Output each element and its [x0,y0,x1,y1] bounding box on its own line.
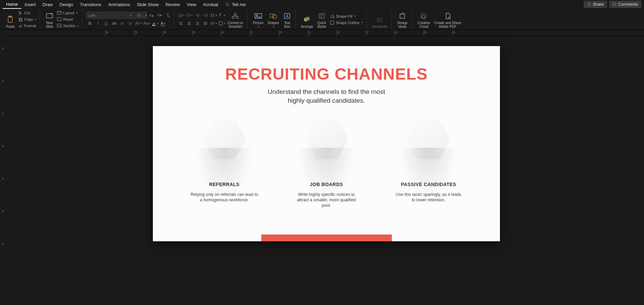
text-direction-button[interactable]: ▾ [218,12,225,19]
line-spacing-button[interactable]: ▾ [210,12,217,19]
quick-styles-button[interactable]: Quick Styles [315,9,328,29]
svg-line-16 [168,16,170,17]
shapes-button[interactable]: Shapes▾ [265,9,281,29]
share-button[interactable]: Share [584,1,607,8]
paste-button[interactable]: Paste [4,9,17,29]
scissors-icon [18,11,23,15]
accent-bar[interactable] [261,235,392,241]
tab-acrobat[interactable]: Acrobat [200,1,222,8]
chevron-down-icon: ▾ [141,22,142,25]
sensitivity-button[interactable]: Sensitivity [370,9,389,29]
hexagon-shape[interactable] [403,114,454,165]
decrease-font-button[interactable]: A▾ [156,12,163,19]
pdf-icon [444,12,452,20]
layout-label: Layout [63,11,74,15]
svg-rect-44 [234,13,236,15]
format-painter-button[interactable]: Format [17,23,38,29]
underline-button[interactable]: U [102,20,110,27]
tab-transitions[interactable]: Transitions [77,1,105,8]
chevron-down-icon: ▾ [78,24,79,27]
picture-button[interactable]: Picture▾ [251,9,265,29]
slide-canvas[interactable]: RECRUITING CHANNELS Understand the chann… [9,36,644,305]
tell-me[interactable]: Tell me [232,1,249,8]
create-share-pdf-button[interactable]: Create and Share Adobe PDF [432,9,463,29]
increase-font-button[interactable]: A▴ [148,12,155,19]
comments-button[interactable]: Comments [609,1,641,8]
character-spacing-button[interactable]: AV▾ [135,20,142,27]
tab-animations[interactable]: Animations [105,1,133,8]
design-ideas-button[interactable]: Design Ideas [395,9,410,29]
tab-review[interactable]: Review [162,1,183,8]
align-center-button[interactable] [185,20,193,27]
chevron-down-icon: ▾ [149,22,150,25]
share-icon [587,2,591,6]
slide[interactable]: RECRUITING CHANNELS Understand the chann… [153,46,500,241]
svg-rect-17 [152,25,156,26]
arrange-icon [303,16,311,24]
superscript-button[interactable]: x2 [127,20,134,27]
reset-icon [57,17,62,22]
creative-cloud-button[interactable]: Creative Cloud [416,9,432,29]
card-heading[interactable]: JOB BOARDS [282,182,370,187]
tab-draw[interactable]: Draw [39,1,56,8]
shape-fill-button[interactable]: Shape Fill▾ [328,13,364,19]
hexagon-shape[interactable] [301,114,352,165]
section-button[interactable]: Section▾ [56,23,80,29]
reset-button[interactable]: Reset [56,16,80,22]
numbering-button[interactable]: 12▾ [185,12,193,19]
convert-smartart-button[interactable]: Convert to SmartArt [225,9,245,29]
align-text-button[interactable]: ▾ [218,20,225,27]
card-referrals[interactable]: REFERRALS Relying only on referrals can … [180,114,268,208]
columns-button[interactable]: ▾ [210,20,217,27]
slide-subtitle[interactable]: Understand the channels to find the most… [153,87,500,105]
cut-label: Cut [24,11,30,15]
align-left-button[interactable] [177,20,185,27]
clear-formatting-button[interactable] [164,12,172,19]
tab-slide-show[interactable]: Slide Show [133,1,162,8]
sensitivity-icon [376,16,384,24]
bullets-button[interactable]: ▾ [177,12,185,19]
font-name-select[interactable]: Lato▾ [86,12,134,19]
card-body[interactable]: Relying only on referrals can lead to a … [180,192,268,203]
new-slide-button[interactable]: New Slide [43,9,56,29]
tab-design[interactable]: Design [56,1,77,8]
ribbon: Paste Cut Copy▾ Format New Slide Layout▾… [0,9,644,30]
strikethrough-button[interactable]: ab [110,20,118,27]
card-passive[interactable]: PASSIVE CANDIDATES Use this tactic spari… [384,114,472,208]
copy-button[interactable]: Copy▾ [17,16,38,22]
card-body[interactable]: Use this tactic sparingly, as it leads t… [384,192,472,203]
tab-insert[interactable]: Insert [21,1,39,8]
paste-icon [6,16,15,24]
tab-view[interactable]: View [183,1,200,8]
arrange-button[interactable]: Arrange [299,9,315,29]
italic-button[interactable]: I [94,20,102,27]
menu-bar: Home Insert Draw Design Transitions Anim… [0,0,644,9]
font-color-button[interactable]: A▾ [159,20,167,27]
slide-title[interactable]: RECRUITING CHANNELS [153,65,500,83]
increase-indent-button[interactable] [202,12,209,19]
card-heading[interactable]: REFERRALS [180,182,268,187]
card-heading[interactable]: PASSIVE CANDIDATES [384,182,472,187]
section-label: Section [63,24,76,28]
justify-button[interactable] [202,20,209,27]
card-job-boards[interactable]: JOB BOARDS Write highly specific notices… [282,114,370,208]
share-label: Share [593,2,604,7]
subscript-button[interactable]: x2 [119,20,126,27]
hexagon-shape[interactable] [199,114,250,165]
change-case-button[interactable]: Aa▾ [143,20,150,27]
shape-outline-button[interactable]: Shape Outline▾ [328,20,364,26]
paintbrush-icon [18,23,23,28]
decrease-indent-button[interactable] [194,12,201,19]
group-font: Lato▾ 10....▾ A▴ A▾ B I U ab x2 x2 AV▾ A… [84,9,174,29]
cut-button[interactable]: Cut [17,10,38,16]
textbox-button[interactable]: A Text Box [281,9,293,29]
highlight-color-button[interactable]: ▾ [151,20,159,27]
tab-home[interactable]: Home [3,0,21,9]
align-right-button[interactable] [194,20,201,27]
chevron-down-icon: ▾ [273,25,274,28]
layout-button[interactable]: Layout▾ [56,10,80,16]
bold-button[interactable]: B [86,20,94,27]
group-slides: New Slide Layout▾ Reset Section▾ [41,9,83,29]
card-body[interactable]: Write highly specific notices to attract… [282,192,370,208]
font-size-select[interactable]: 10....▾ [134,12,147,19]
